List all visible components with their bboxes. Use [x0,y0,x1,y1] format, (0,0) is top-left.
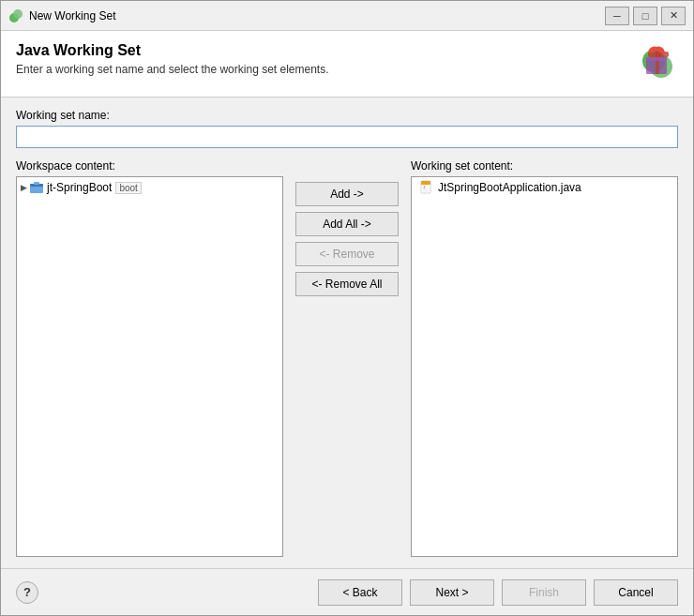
workspace-item-badge: boot [115,182,141,194]
window-controls: ─ □ ✕ [605,7,686,25]
window-icon [8,8,23,23]
add-all-button[interactable]: Add All -> [295,212,399,236]
header-text: Java Working Set Enter a working set nam… [16,42,635,76]
package-icon [29,180,44,195]
svg-rect-13 [34,182,39,185]
workspace-item-springboot[interactable]: ▶ jt-SpringBoot boot [17,177,282,198]
remove-all-button[interactable]: <- Remove All [295,272,399,296]
expand-arrow-icon: ▶ [21,183,27,192]
workspace-list[interactable]: ▶ jt-SpringBoot boot [16,176,283,557]
svg-rect-10 [646,57,667,61]
working-set-panel: Working set content: J JtSpr [411,159,678,557]
dialog-window: New Working Set ─ □ ✕ Java Working Set E… [0,0,694,616]
help-button[interactable]: ? [16,581,38,604]
java-file-item-0[interactable]: J JtSpringBootApplication.java [412,177,677,198]
add-button[interactable]: Add -> [295,182,399,206]
footer: ? < Back Next > Finish Cancel [1,568,693,615]
content-section: Working set name: Workspace content: ▶ [1,98,693,568]
java-file-name: JtSpringBootApplication.java [438,181,581,194]
panels-row: Workspace content: ▶ jt-SpringBoot bo [16,159,678,557]
next-button[interactable]: Next > [410,579,494,606]
close-button[interactable]: ✕ [661,7,686,25]
working-set-list[interactable]: J JtSpringBootApplication.java [411,176,678,557]
page-title: Java Working Set [16,42,635,59]
header-icon [635,42,678,85]
java-file-icon: J [419,180,434,195]
svg-text:J: J [423,185,425,189]
minimize-button[interactable]: ─ [605,7,629,25]
svg-point-1 [13,9,23,19]
middle-buttons: Add -> Add All -> <- Remove <- Remove Al… [291,159,403,557]
workspace-label: Workspace content: [16,159,283,173]
footer-left: ? [16,581,38,604]
title-bar: New Working Set ─ □ ✕ [1,1,693,31]
header-section: Java Working Set Enter a working set nam… [1,31,693,98]
cancel-button[interactable]: Cancel [594,579,678,606]
workspace-panel: Workspace content: ▶ jt-SpringBoot bo [16,159,283,557]
finish-button[interactable]: Finish [502,579,586,606]
window-title: New Working Set [29,9,605,23]
working-set-name-input[interactable] [16,126,678,148]
workspace-item-name: jt-SpringBoot [47,181,112,194]
remove-button[interactable]: <- Remove [295,242,399,266]
working-set-name-label: Working set name: [16,109,678,122]
page-subtitle: Enter a working set name and select the … [16,63,635,76]
working-set-label: Working set content: [411,159,678,173]
back-button[interactable]: < Back [318,579,402,606]
footer-right: < Back Next > Finish Cancel [318,579,678,606]
maximize-button[interactable]: □ [633,7,657,25]
